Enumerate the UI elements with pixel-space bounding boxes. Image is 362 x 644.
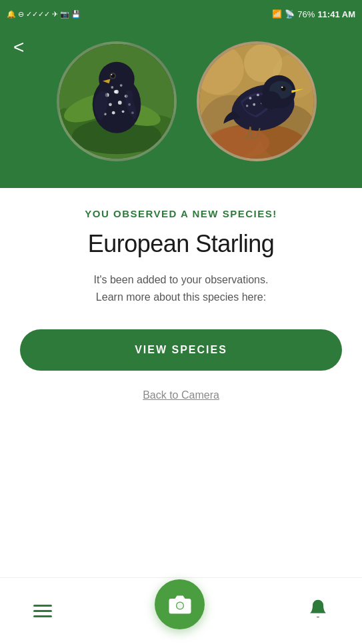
wifi-icon: 📶	[272, 9, 282, 19]
bell-icon	[307, 598, 329, 619]
svg-point-39	[253, 103, 255, 106]
svg-point-34	[205, 127, 269, 159]
signal-icon: 📡	[285, 9, 295, 19]
bird1-svg	[59, 44, 174, 159]
time-display: 11:41 AM	[317, 9, 355, 19]
svg-point-47	[260, 91, 281, 109]
camera-icon	[168, 593, 192, 617]
svg-point-14	[118, 101, 122, 105]
back-to-camera-button[interactable]: Back to Camera	[143, 389, 219, 401]
content-section: YOU OBSERVED A NEW SPECIES! European Sta…	[0, 188, 362, 415]
svg-point-25	[111, 74, 112, 75]
svg-point-22	[113, 90, 117, 93]
svg-point-21	[119, 84, 122, 87]
status-left-icons: 🔔 ⊖ ✓✓✓✓ ✈ 📷 💾	[7, 10, 81, 19]
new-species-label: YOU OBSERVED A NEW SPECIES!	[20, 208, 342, 219]
status-bar: 🔔 ⊖ ✓✓✓✓ ✈ 📷 💾 📶 📡 76% 11:41 AM	[0, 0, 362, 28]
bird-images-container	[24, 35, 349, 161]
svg-point-41	[246, 105, 248, 107]
battery-text: 76%	[297, 9, 315, 19]
menu-line-3	[33, 615, 52, 617]
menu-button[interactable]	[33, 605, 52, 617]
svg-point-36	[249, 97, 251, 99]
svg-point-17	[121, 110, 124, 113]
svg-point-46	[281, 87, 283, 88]
header-section: <	[0, 28, 362, 188]
bottom-navigation	[0, 577, 362, 644]
view-species-button[interactable]: VIEW SPECIES	[20, 329, 342, 371]
back-button[interactable]: <	[13, 38, 24, 57]
bird2-svg	[199, 44, 314, 159]
menu-line-1	[33, 605, 52, 607]
svg-point-20	[111, 86, 113, 89]
notification-icons: 🔔 ⊖ ✓✓✓✓ ✈ 📷 💾	[7, 10, 81, 19]
notifications-button[interactable]	[307, 598, 329, 624]
species-description: It's been added to your observations.Lea…	[20, 271, 342, 305]
observed-bird-image	[57, 41, 177, 161]
svg-point-37	[257, 94, 259, 97]
svg-point-16	[112, 111, 115, 115]
species-name: European Starling	[20, 230, 342, 258]
camera-fab-button[interactable]	[155, 579, 205, 629]
svg-point-49	[177, 602, 183, 609]
menu-line-2	[33, 610, 52, 612]
reference-bird-image	[197, 41, 317, 161]
status-right-icons: 📶 📡 76% 11:41 AM	[272, 9, 355, 19]
svg-point-13	[109, 103, 112, 106]
